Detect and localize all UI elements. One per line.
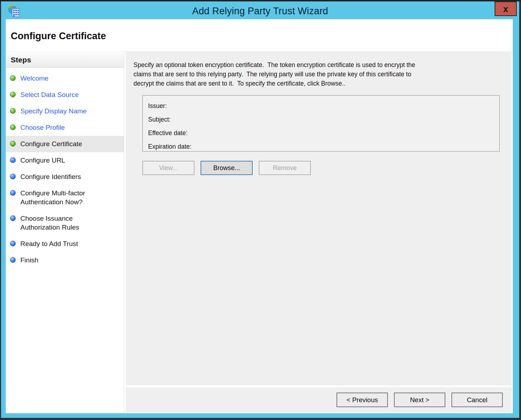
steps-heading: Steps <box>6 53 124 68</box>
step-complete-icon <box>10 124 16 130</box>
step-upcoming-icon <box>10 190 16 196</box>
cancel-button[interactable]: Cancel <box>451 393 503 407</box>
step-upcoming-icon <box>10 241 16 246</box>
certificate-effective-date-label: Effective date: <box>148 126 499 140</box>
step-complete-icon <box>10 75 16 81</box>
sidebar-item-configure-mfa: Configure Multi-factor Authentication No… <box>6 185 124 210</box>
certificate-details-box: Issuer: Subject: Effective date: Expirat… <box>142 95 500 152</box>
sidebar-item-configure-url: Configure URL <box>6 152 124 169</box>
certificate-subject-label: Subject: <box>148 113 499 126</box>
step-current-icon <box>10 141 16 147</box>
footer-bar: < Previous Next > Cancel <box>126 387 512 412</box>
sidebar-item-select-data-source[interactable]: Select Data Source <box>6 87 124 103</box>
page-header: Configure Certificate <box>6 19 513 51</box>
step-complete-icon <box>10 92 16 97</box>
wizard-body: Configure Certificate Steps Welcome Sele… <box>6 19 513 413</box>
sidebar-divider <box>124 52 124 413</box>
close-icon: x <box>503 4 508 14</box>
window-title: Add Relying Party Trust Wizard <box>1 6 519 17</box>
sidebar-item-finish: Finish <box>6 252 124 268</box>
previous-button[interactable]: < Previous <box>337 393 388 407</box>
remove-button: Remove <box>259 161 311 175</box>
sidebar-item-ready-to-add-trust: Ready to Add Trust <box>6 236 124 252</box>
instruction-text: Specify an optional token encryption cer… <box>133 60 485 88</box>
next-button[interactable]: Next > <box>394 393 445 407</box>
main-content: Specify an optional token encryption cer… <box>126 52 512 385</box>
steps-sidebar: Steps Welcome Select Data Source Specify… <box>6 52 124 413</box>
sidebar-item-configure-certificate: Configure Certificate <box>6 136 124 152</box>
close-button[interactable]: x <box>495 1 517 16</box>
sidebar-item-choose-profile[interactable]: Choose Profile <box>6 119 124 136</box>
sidebar-item-choose-issuance-rules: Choose Issuance Authorization Rules <box>6 210 124 236</box>
sidebar-item-welcome[interactable]: Welcome <box>6 70 124 87</box>
certificate-expiration-date-label: Expiration date: <box>148 140 499 153</box>
page-title: Configure Certificate <box>11 31 106 42</box>
sidebar-item-configure-identifiers: Configure Identifiers <box>6 169 124 185</box>
browse-button[interactable]: Browse... <box>201 161 253 175</box>
wizard-window: Add Relying Party Trust Wizard x Configu… <box>1 1 519 418</box>
step-upcoming-icon <box>10 157 16 163</box>
step-upcoming-icon <box>10 257 16 263</box>
sidebar-item-specify-display-name[interactable]: Specify Display Name <box>6 103 124 119</box>
view-button: View... <box>142 161 194 175</box>
step-upcoming-icon <box>10 215 16 221</box>
titlebar: Add Relying Party Trust Wizard x <box>1 1 519 19</box>
certificate-actions: View... Browse... Remove <box>142 161 311 175</box>
step-complete-icon <box>10 108 16 114</box>
step-upcoming-icon <box>10 174 16 179</box>
steps-list: Welcome Select Data Source Specify Displ… <box>6 68 124 268</box>
screen: Add Relying Party Trust Wizard x Configu… <box>0 0 521 420</box>
certificate-issuer-label: Issuer: <box>148 99 499 113</box>
